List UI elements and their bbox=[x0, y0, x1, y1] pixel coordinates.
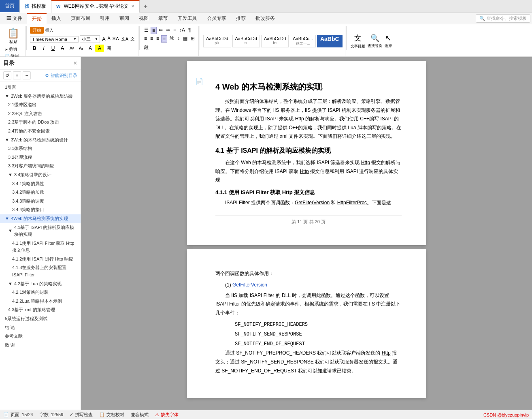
toc-item-2.2[interactable]: 2.2SQL 注入攻击 bbox=[0, 109, 81, 118]
show-marks-btn[interactable]: ¶ bbox=[187, 27, 192, 34]
subscript-btn[interactable]: A₂ bbox=[77, 45, 85, 52]
toc-item-2web[interactable]: ▼2Web 服务器所受的威胁及防御 bbox=[0, 92, 81, 101]
indent-decrease-btn[interactable]: ⇐ bbox=[157, 27, 164, 34]
begin-badge[interactable]: 开始 bbox=[30, 27, 44, 34]
ribbon-tab-ref[interactable]: 引用 bbox=[95, 13, 115, 24]
toc-item-3.2[interactable]: 3.2处理流程 bbox=[0, 153, 81, 162]
spell-check-status[interactable]: ✓ 拼写检查 bbox=[70, 412, 93, 418]
align-multi-btn[interactable]: ≡ bbox=[172, 27, 177, 34]
missing-font-status[interactable]: ⚠ 缺失字体 bbox=[155, 412, 179, 418]
font-size-selector[interactable]: 小三 ▼ bbox=[80, 35, 100, 43]
ribbon-tab-start[interactable]: 开始 bbox=[27, 13, 47, 24]
ribbon-tab-chapter[interactable]: 章节 bbox=[153, 13, 173, 24]
toc-item-3web[interactable]: ▼3Web 的木马检测系统的设计 bbox=[0, 136, 81, 145]
distribute-btn[interactable]: ⌘ bbox=[168, 35, 175, 43]
ribbon-tab-layout[interactable]: 页面布局 bbox=[66, 13, 95, 24]
toc-item-4.2.2[interactable]: 4.2.2Lua 策略脚本本示例 bbox=[0, 297, 81, 306]
toc-item-3.4.2[interactable]: 3.4.2策略的加载 bbox=[0, 188, 81, 197]
toc-item-4.3[interactable]: 4.3基于 xml 的策略管理 bbox=[0, 306, 81, 314]
toc-item-thanks[interactable]: 致 谢 bbox=[0, 341, 81, 350]
style-highlight[interactable]: AaBbC bbox=[317, 35, 343, 47]
tab-home[interactable]: 首页 bbox=[0, 0, 20, 13]
toc-item-3.1[interactable]: 3.1体系结构 bbox=[0, 144, 81, 153]
ribbon-tab-recommend[interactable]: 推荐 bbox=[231, 13, 251, 24]
ribbon-tab-correct[interactable]: 批改服务 bbox=[251, 13, 280, 24]
toc-item-4.1[interactable]: ▼4.1基于 ISAPI 的解析及响应模块的实现 bbox=[0, 223, 81, 239]
ribbon-tab-view[interactable]: 视图 bbox=[134, 13, 153, 24]
doc-check-status[interactable]: 📋 文档校对 bbox=[99, 412, 124, 418]
font-color-btn[interactable]: A bbox=[86, 45, 95, 52]
unordered-list-btn[interactable]: ☰ bbox=[143, 27, 150, 34]
style-lunwen[interactable]: AaBbCc... 论文一... bbox=[290, 35, 316, 47]
tab-close-btn[interactable]: ✕ bbox=[131, 4, 134, 9]
align-right-btn[interactable]: ≡ bbox=[155, 35, 160, 43]
line-spacing-btn[interactable]: ↕ bbox=[176, 35, 181, 43]
ribbon-tab-file[interactable]: ☰ 文件 bbox=[2, 13, 27, 24]
font-style-btn[interactable]: 文A bbox=[120, 36, 129, 42]
char-border-btn[interactable]: 囲 bbox=[104, 45, 113, 52]
style-b1[interactable]: AaBbCcDd b1 bbox=[261, 35, 289, 47]
ribbon-tab-vip[interactable]: 会员专享 bbox=[202, 13, 231, 24]
underline-btn[interactable]: U bbox=[49, 45, 57, 52]
httpfilterproc-link[interactable]: HttpFilterProc bbox=[337, 200, 367, 205]
align-left-btn[interactable]: ≡ bbox=[143, 35, 148, 43]
toc-item-references[interactable]: 参考文献 bbox=[0, 332, 81, 341]
ribbon-tab-insert[interactable]: 插入 bbox=[47, 13, 66, 24]
bold-btn[interactable]: B bbox=[30, 45, 39, 52]
select-btn[interactable]: ↖ 选择 bbox=[385, 34, 392, 49]
toc-item-3.4.3[interactable]: 3.4.3策略的调度 bbox=[0, 197, 81, 206]
sidebar-close-btn[interactable]: ✕ bbox=[73, 60, 77, 66]
toc-refresh-btn[interactable]: ↺ bbox=[3, 71, 11, 79]
ribbon-search-box[interactable]: 🔍 查找命令、搜索模板 bbox=[476, 14, 530, 23]
para-format-btn[interactable]: 段 bbox=[143, 44, 150, 51]
paste-btn[interactable]: 📋 粘贴 bbox=[4, 27, 23, 45]
superscript-btn[interactable]: A² bbox=[67, 45, 76, 52]
insert-label[interactable]: 插入 bbox=[45, 28, 53, 33]
cut-btn[interactable]: ✂ 剪切 bbox=[4, 46, 23, 53]
strikethrough-btn[interactable]: A bbox=[58, 45, 67, 52]
ordered-list-btn[interactable]: ≡ bbox=[151, 27, 157, 34]
toc-item-4.2.1[interactable]: 4.2.1对策略的封装 bbox=[0, 288, 81, 297]
toc-item-conclusion[interactable]: 结 论 bbox=[0, 323, 81, 332]
border-btn[interactable]: ⊞ bbox=[189, 35, 196, 43]
clear-format-btn[interactable]: ✕A bbox=[111, 36, 119, 42]
indent-increase-btn[interactable]: ⇒ bbox=[165, 27, 171, 34]
ribbon-tab-dev[interactable]: 开发工具 bbox=[173, 13, 202, 24]
getfilterversion-link[interactable]: GetFilterVersion bbox=[295, 200, 330, 205]
toc-item-4.1.2[interactable]: 4.1.2使用 ISAPI 进行 Http 响应 bbox=[0, 255, 81, 264]
style-pi1[interactable]: AaBbCcDd pi1 bbox=[203, 35, 231, 47]
sort-btn[interactable]: ↕A bbox=[178, 27, 186, 34]
ribbon-tab-review[interactable]: 审阅 bbox=[115, 13, 134, 24]
align-justify-btn[interactable]: ≡ bbox=[161, 35, 167, 43]
shade-btn[interactable]: ▦ bbox=[182, 35, 189, 43]
toc-item-3.3[interactable]: 3.3对客户端访问的响应 bbox=[0, 162, 81, 171]
font-name-selector[interactable]: Times New Roma ▼ bbox=[30, 36, 79, 43]
highlight-btn[interactable]: A bbox=[95, 45, 104, 52]
toc-collapse-all-btn[interactable]: − bbox=[23, 71, 31, 79]
toc-item-4.1.1[interactable]: 4.1.1使用 ISAPI Filter 获取 Http 报文信息 bbox=[0, 239, 81, 255]
tab-templates[interactable]: 找 找模板 bbox=[20, 0, 51, 13]
toc-expand-all-btn[interactable]: + bbox=[13, 71, 21, 79]
new-tab-btn[interactable]: + bbox=[140, 3, 151, 10]
smart-toc-btn[interactable]: ⚙ 智能识别目录 bbox=[45, 73, 77, 79]
find-replace-btn[interactable]: 🔍 查找替换 bbox=[368, 34, 382, 49]
toc-item-4web[interactable]: ▼4Web 的木马检测系统的实现 bbox=[0, 214, 81, 223]
toc-item-2.1[interactable]: 2.1缓冲区溢出 bbox=[0, 100, 81, 109]
toc-item-3.4.1[interactable]: 3.4.1策略的属性 bbox=[0, 180, 81, 188]
toc-item-4.2[interactable]: ▼4.2基于 Lua 的策略实现 bbox=[0, 280, 81, 289]
text-layout-btn[interactable]: 文 文字排版 bbox=[351, 33, 365, 49]
style-t1[interactable]: AaBbCcDd t1 bbox=[232, 35, 260, 47]
tab-document[interactable]: W WEB网站安全...实现 毕业论文 ✕ bbox=[51, 0, 140, 13]
toc-item-3.4.4[interactable]: 3.4.4策略的接口 bbox=[0, 205, 81, 214]
toc-item-4.1.3[interactable]: 4.1.3在服务器上的安装配置 ISAPI Filter bbox=[0, 263, 81, 279]
italic-btn[interactable]: I bbox=[39, 45, 48, 52]
align-center-btn[interactable]: ≡ bbox=[149, 35, 154, 43]
toc-item-2.4[interactable]: 2.4其他的不安全因素 bbox=[0, 127, 81, 136]
decrease-font-btn[interactable]: A bbox=[107, 36, 111, 42]
increase-font-btn[interactable]: A bbox=[101, 36, 106, 42]
phonetic-btn[interactable]: 文 bbox=[130, 36, 136, 42]
toc-item-引言[interactable]: 1引言 bbox=[0, 83, 81, 92]
content-area[interactable]: 📄 4 Web 的木马检测系统的实现 按照前面介绍的体系结构，整个系统分成了三层… bbox=[81, 57, 532, 410]
toc-item-5[interactable]: 5系统运行过程及测试 bbox=[0, 314, 81, 323]
toc-item-2.3[interactable]: 2.3基于脚本的 DDos 攻击 bbox=[0, 118, 81, 127]
